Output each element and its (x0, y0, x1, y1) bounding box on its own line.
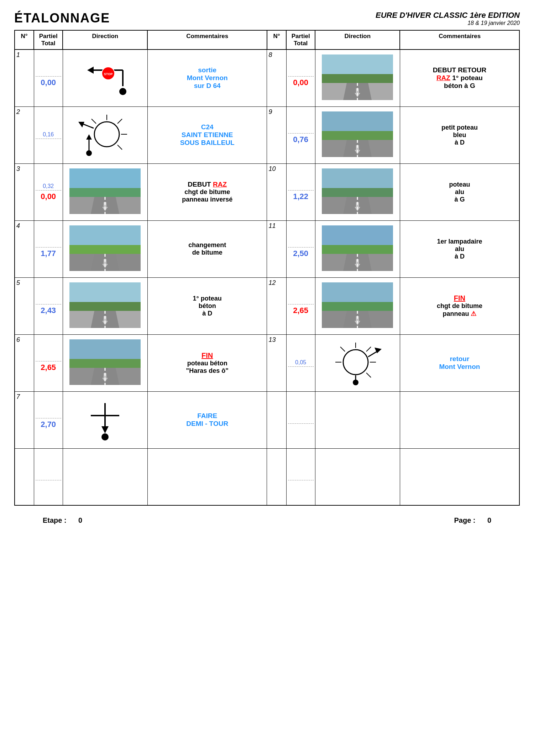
road-photo-12 (322, 168, 393, 214)
page-label: Page : (454, 516, 476, 524)
row-num-left: 3 (15, 163, 34, 220)
road-photo-3 (69, 339, 141, 385)
row-num-left (15, 448, 34, 505)
row-partiel-left: 0,00 (34, 49, 63, 106)
row-direction-right (315, 448, 400, 505)
row-num-left: 6 (15, 334, 34, 391)
row-partiel-right (286, 448, 315, 505)
page-section: Page : 0 (454, 516, 492, 525)
row-comment-right: FINchgt de bitumepanneau ⚠ (400, 277, 519, 334)
col-num-right: N° (267, 30, 286, 49)
svg-line-19 (117, 119, 122, 124)
svg-rect-6 (322, 54, 393, 74)
row-partiel-right: 2,50 (286, 220, 315, 277)
road-photo-0 (69, 168, 141, 214)
row-num-right (267, 391, 286, 448)
table-row: 30,320,00 DEBUT RAZchgt de bitumepanneau… (15, 163, 519, 220)
svg-line-77 (366, 347, 371, 351)
main-table: N° Partiel Total Direction Commentaires … (14, 30, 520, 506)
row-direction-right (315, 334, 400, 391)
svg-rect-42 (69, 245, 141, 254)
etape-section: Etape : 0 (43, 516, 82, 525)
row-comment-left: changementde bitume (147, 220, 267, 277)
svg-point-85 (101, 433, 109, 440)
total-label-right: Total (288, 40, 313, 47)
row-direction-left (63, 106, 147, 163)
svg-rect-48 (322, 245, 393, 254)
svg-point-17 (86, 150, 92, 156)
row-num-left: 4 (15, 220, 34, 277)
svg-line-21 (117, 145, 122, 150)
svg-point-12 (94, 122, 119, 147)
svg-rect-60 (322, 302, 393, 311)
table-row: 4 1,77 changementde bitume11 2,50 1er la… (15, 220, 519, 277)
row-comment-left: FINpoteau béton"Haras des ô" (147, 334, 267, 391)
page-value: 0 (487, 516, 491, 524)
etape-value: 0 (78, 516, 82, 524)
row-direction-left (63, 334, 147, 391)
svg-rect-30 (69, 188, 141, 197)
svg-marker-14 (86, 134, 92, 140)
svg-line-79 (366, 373, 371, 377)
table-row: 1 0,00 STOP sortieMont Vernonsur D 648 0… (15, 49, 519, 106)
road-photo-10 (322, 54, 393, 100)
table-header-row: N° Partiel Total Direction Commentaires … (15, 30, 519, 49)
row-direction-left (63, 391, 147, 448)
svg-rect-24 (322, 131, 393, 140)
row-comment-left: 1° poteaubétonà D (147, 277, 267, 334)
event-title: EURE D'HIVER CLASSIC 1ère EDITION (376, 11, 520, 20)
row-comment-right (400, 448, 519, 505)
road-photo-1 (69, 225, 141, 271)
svg-rect-53 (69, 282, 141, 302)
row-partiel-left: 0,16 (34, 106, 63, 163)
row-comment-right: petit poteaubleuà D (400, 106, 519, 163)
table-row: 20,16 C24SAINT ETIENNESOUS BAILLEUL9 0,7… (15, 106, 519, 163)
event-date: 18 & 19 janvier 2020 (376, 20, 520, 26)
partiel-label-left: Partiel (36, 33, 61, 40)
svg-rect-47 (322, 225, 393, 245)
row-partiel-left: 2,70 (34, 391, 63, 448)
arrow-down-t-icon (69, 396, 141, 442)
svg-line-22 (91, 119, 96, 124)
row-direction-right (315, 163, 400, 220)
row-partiel-right: 0,05 (286, 334, 315, 391)
col-partiel-left: Partiel Total (34, 30, 63, 49)
event-info: EURE D'HIVER CLASSIC 1ère EDITION 18 & 1… (376, 11, 520, 26)
table-row: 7 2,70 FAIREDEMI - TOUR (15, 391, 519, 448)
row-num-left: 2 (15, 106, 34, 163)
svg-line-15 (82, 124, 94, 128)
row-comment-right: 1er lampadairealuà D (400, 220, 519, 277)
row-partiel-left (34, 448, 63, 505)
row-direction-left (63, 163, 147, 220)
page-title: ÉTALONNAGE (14, 11, 110, 26)
row-direction-right (315, 391, 400, 448)
row-direction-left (63, 448, 147, 505)
svg-rect-35 (322, 168, 393, 188)
svg-rect-54 (69, 302, 141, 311)
row-comment-right: poteaualuà G (400, 163, 519, 220)
road-photo-14 (322, 282, 393, 328)
row-num-left: 7 (15, 391, 34, 448)
roundabout-left-icon (69, 111, 141, 157)
row-num-left: 5 (15, 277, 34, 334)
col-commentaires-right: Commentaires (400, 30, 519, 49)
etape-label: Etape : (43, 516, 67, 524)
svg-rect-65 (69, 339, 141, 359)
row-direction-right (315, 49, 400, 106)
row-partiel-right: 1,22 (286, 163, 315, 220)
row-direction-left: STOP (63, 49, 147, 106)
row-partiel-right: 0,00 (286, 49, 315, 106)
svg-marker-1 (87, 67, 94, 74)
row-direction-left (63, 277, 147, 334)
svg-point-75 (353, 380, 358, 385)
svg-point-5 (119, 88, 126, 95)
row-comment-left: sortieMont Vernonsur D 64 (147, 49, 267, 106)
row-direction-left (63, 220, 147, 277)
row-partiel-right: 0,76 (286, 106, 315, 163)
svg-rect-66 (69, 359, 141, 368)
row-comment-left: FAIREDEMI - TOUR (147, 391, 267, 448)
page-footer: Etape : 0 Page : 0 (14, 509, 520, 532)
col-direction-left: Direction (63, 30, 147, 49)
total-label-left: Total (36, 40, 61, 47)
svg-rect-7 (322, 74, 393, 83)
